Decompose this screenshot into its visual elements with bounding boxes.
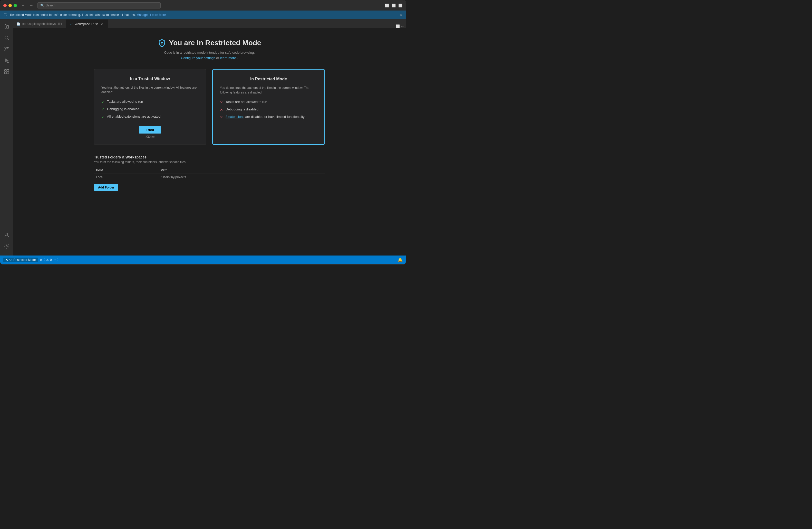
more-actions[interactable]: ··· (401, 24, 404, 28)
trust-shortcut: ⌘Enter (145, 135, 155, 139)
back-button[interactable]: ← (20, 3, 26, 8)
tab-close-button[interactable]: × (100, 22, 104, 26)
error-icon: ⊗ (40, 258, 42, 262)
tab-plist-icon: 📄 (17, 22, 20, 26)
extensions-icon[interactable] (2, 67, 12, 77)
add-folder-button[interactable]: Add Folder (94, 184, 118, 191)
status-shield-icon: 🛡 (9, 258, 12, 261)
check-icon: ✓ (101, 115, 104, 119)
customize-layout-icon[interactable]: ⬜ (398, 3, 403, 8)
manage-link[interactable]: Manage (136, 13, 148, 17)
svg-rect-9 (5, 70, 6, 71)
search-placeholder: Search (46, 4, 55, 7)
svg-point-2 (5, 36, 8, 39)
content-area: 📄 com.apple.symbolickeys.plist 🛡 Workspa… (13, 19, 406, 256)
settings-icon[interactable] (2, 241, 12, 252)
restricted-mode-status[interactable]: ✕ 🛡 Restricted Mode (3, 258, 38, 262)
tab-plist-label: com.apple.symbolickeys.plist (22, 22, 62, 26)
page-title: You are in Restricted Mode (158, 39, 261, 47)
trusted-card-title: In a Trusted Window (101, 76, 199, 81)
restricted-feature-tasks: ✕ Tasks are not allowed to run (220, 100, 317, 104)
split-editor-action[interactable]: ⬜ (396, 24, 400, 28)
page-subtitle: Code is in a restricted mode intended fo… (158, 50, 261, 61)
row-path: /Users/lhy/projects (159, 174, 325, 181)
col-host-header: Host (94, 168, 159, 174)
tab-bar: 📄 com.apple.symbolickeys.plist 🛡 Workspa… (13, 19, 406, 29)
forward-button[interactable]: → (28, 3, 34, 8)
tab-shield-icon: 🛡 (70, 22, 73, 26)
main-layout: 📄 com.apple.symbolickeys.plist 🛡 Workspa… (0, 19, 406, 256)
svg-point-5 (8, 47, 9, 48)
trusted-folders-title: Trusted Folders & Workspaces (94, 155, 325, 159)
col-path-header: Path (159, 168, 325, 174)
svg-line-3 (8, 39, 9, 40)
minimize-button[interactable] (9, 4, 12, 7)
run-debug-icon[interactable] (2, 55, 12, 66)
trust-button[interactable]: Trust (139, 126, 161, 133)
row-host: Local (94, 174, 159, 181)
traffic-lights (3, 4, 17, 7)
info-banner: 🛡 Restricted Mode is intended for safe c… (0, 11, 406, 19)
svg-point-6 (5, 50, 6, 51)
svg-point-14 (6, 245, 8, 247)
tab-actions: ⬜ ··· (394, 24, 406, 28)
table-header-row: Host Path (94, 168, 325, 174)
search-bar[interactable]: 🔍 Search (38, 2, 161, 9)
warning-number: 0 (50, 258, 52, 262)
banner-text: Restricted Mode is intended for safe cod… (10, 13, 397, 17)
shield-icon-small: 🛡 (4, 13, 8, 17)
learn-more-page-link[interactable]: learn more (220, 56, 236, 60)
warning-icon: ⚠ (46, 258, 49, 262)
source-control-icon[interactable] (2, 44, 12, 54)
x-icon: ✕ (220, 100, 223, 104)
svg-rect-11 (5, 72, 6, 74)
restricted-feature-list: ✕ Tasks are not allowed to run ✕ Debuggi… (220, 100, 317, 119)
branch-icon: ⑂ (54, 258, 56, 262)
layout-icon[interactable]: ⬜ (391, 3, 396, 8)
tab-workspace-trust[interactable]: 🛡 Workspace Trust × (66, 19, 108, 28)
trusted-folders-section: Trusted Folders & Workspaces You trust t… (94, 155, 325, 191)
shield-icon-large (158, 39, 166, 47)
svg-point-8 (7, 61, 9, 63)
banner-close-button[interactable]: × (400, 13, 402, 17)
restricted-feature-debugging: ✕ Debugging is disabled (220, 108, 317, 112)
check-icon: ✓ (101, 108, 104, 112)
close-button[interactable] (3, 4, 7, 7)
check-icon: ✓ (101, 100, 104, 104)
svg-rect-10 (7, 70, 9, 71)
restricted-mode-label: Restricted Mode (13, 258, 36, 262)
restricted-card-description: You do not trust the authors of the file… (220, 86, 317, 95)
trusted-window-card: In a Trusted Window You trust the author… (94, 69, 206, 145)
account-icon[interactable] (2, 230, 12, 240)
remote-number: 0 (57, 258, 59, 262)
trust-button-area: Trust ⌘Enter (101, 126, 199, 139)
editor-area: You are in Restricted Mode Code is in a … (13, 29, 406, 256)
tab-plist[interactable]: 📄 com.apple.symbolickeys.plist (13, 19, 66, 28)
remote-count[interactable]: ⑂ 0 (54, 258, 59, 262)
search-icon[interactable] (2, 33, 12, 43)
restricted-card-title: In Restricted Mode (220, 77, 317, 82)
activity-bar (0, 19, 13, 256)
configure-settings-link[interactable]: Configure your settings (181, 56, 215, 60)
trusted-folders-table: Host Path Local /Users/lhy/projects (94, 168, 325, 181)
table-row: Local /Users/lhy/projects (94, 174, 325, 181)
extensions-count-link[interactable]: 8 extensions (226, 115, 244, 119)
explorer-icon[interactable] (2, 21, 12, 32)
svg-marker-7 (5, 59, 9, 62)
split-editor-icon[interactable]: ⬜ (385, 3, 389, 8)
trusted-feature-list: ✓ Tasks are allowed to run ✓ Debugging i… (101, 100, 199, 119)
svg-point-4 (5, 47, 6, 48)
maximize-button[interactable] (14, 4, 17, 7)
trusted-card-description: You trust the authors of the files in th… (101, 85, 199, 95)
learn-more-link[interactable]: Learn More (150, 13, 166, 17)
svg-rect-12 (7, 72, 9, 74)
navigation-arrows: ← → (20, 3, 34, 8)
error-count[interactable]: ⊗ 0 ⚠ 0 (40, 258, 52, 262)
restricted-feature-extensions: ✕ 8 extensions are disabled or have limi… (220, 115, 317, 119)
trusted-folders-subtitle: You trust the following folders, their s… (94, 160, 325, 164)
notification-bell-icon[interactable]: 🔔 (397, 258, 403, 262)
restricted-mode-card: In Restricted Mode You do not trust the … (212, 69, 325, 145)
error-number: 0 (43, 258, 45, 262)
tab-workspace-trust-label: Workspace Trust (75, 22, 98, 26)
svg-point-15 (161, 42, 163, 43)
